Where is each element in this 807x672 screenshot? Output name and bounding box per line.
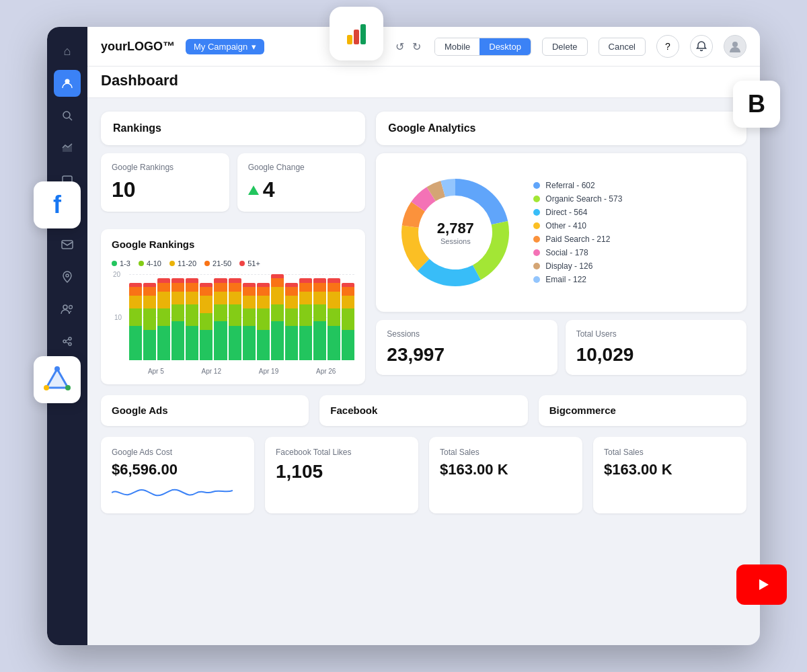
svg-point-5: [44, 385, 49, 390]
bar-segment: [171, 274, 184, 360]
facebook-section-header: Facebook: [319, 395, 527, 426]
rankings-metrics: Google Rankings 10 Google Change 4: [101, 153, 365, 212]
facebook-likes-card: Facebook Total Likes 1,105: [265, 437, 418, 513]
bar-segment: [285, 274, 298, 360]
donut-total-value: 2,787: [437, 220, 474, 237]
svg-point-15: [63, 305, 67, 309]
facebook-float-icon: f: [34, 181, 81, 228]
sidebar-item-search[interactable]: [54, 102, 81, 129]
main-area: yourLOGO™ My Campaign ▾ ↺ ↻ Mobile Deskt…: [87, 27, 760, 645]
google-change-value: 4: [263, 177, 275, 202]
donut-legend: Referral - 602Organic Search - 573Direct…: [533, 181, 622, 284]
analytics-donut-card: 2,787 Sessions Referral - 602Organic Sea…: [376, 153, 746, 312]
analytics-float-icon: [330, 7, 383, 60]
ads-cost-label: Google Ads Cost: [112, 448, 243, 457]
analytics-column: Google Analytics: [376, 112, 746, 384]
sales-label-2: Total Sales: [604, 448, 736, 457]
sidebar-item-campaigns[interactable]: [54, 70, 81, 97]
stats-row: Sessions 23,997 Total Users 10,029: [376, 320, 746, 375]
legend-item: Paid Search - 212: [533, 235, 622, 244]
sidebar-item-home[interactable]: ⌂: [54, 38, 81, 65]
chart-title: Google Rankings: [112, 239, 354, 250]
delete-button[interactable]: Delete: [542, 38, 588, 56]
logo: yourLOGO™: [101, 40, 175, 54]
rankings-section-header: Rankings: [101, 112, 365, 145]
svg-point-7: [54, 366, 60, 372]
bar-segment: [186, 274, 198, 360]
svg-line-20: [66, 339, 69, 341]
x-labels: Apr 5 Apr 12 Apr 19 Apr 26: [129, 368, 354, 375]
bar-segment: [143, 274, 156, 360]
google-ads-float-icon: [34, 356, 81, 403]
help-button[interactable]: ?: [656, 35, 679, 58]
view-toggle: Mobile Desktop: [434, 38, 531, 56]
notifications-button[interactable]: [690, 35, 713, 58]
legend-51plus: 51+: [239, 259, 260, 267]
chart-area: 20 10: [112, 274, 354, 375]
bar-segment: [129, 274, 142, 360]
bars-area: [129, 274, 354, 360]
google-rankings-chart: Google Rankings 1-3 4-10: [101, 229, 365, 384]
sub-header: Dashboard: [87, 67, 760, 98]
b-float-icon: B: [733, 81, 780, 128]
mobile-view-button[interactable]: Mobile: [435, 38, 479, 55]
legend-21-50: 21-50: [204, 259, 231, 267]
sales-label-1: Total Sales: [440, 448, 572, 457]
bigcommerce-sales-card-1: Total Sales $163.00 K: [429, 437, 582, 513]
bar-segment: [200, 274, 213, 360]
undo-button[interactable]: ↺: [393, 38, 407, 56]
svg-rect-1: [354, 30, 359, 44]
sidebar-item-people[interactable]: [54, 296, 81, 323]
donut-chart: 2,787 Sessions: [388, 165, 523, 300]
user-avatar[interactable]: [724, 35, 746, 58]
rankings-title: Rankings: [113, 122, 161, 134]
legend-item: Organic Search - 573: [533, 194, 622, 204]
google-ads-title: Google Ads: [112, 405, 168, 416]
up-arrow-icon: [248, 185, 259, 195]
svg-point-6: [65, 385, 71, 390]
svg-point-14: [66, 274, 69, 277]
bottom-data-row: Google Ads Cost $6,596.00 Facebook Total…: [101, 437, 746, 513]
legend-item: Direct - 564: [533, 208, 622, 217]
rankings-column: Rankings Google Rankings 10 Google Chang…: [101, 112, 365, 384]
bar-segment: [271, 274, 284, 360]
google-rankings-value: 10: [112, 177, 219, 202]
cancel-button[interactable]: Cancel: [599, 38, 646, 56]
google-change-card: Google Change 4: [237, 153, 366, 212]
svg-point-18: [69, 337, 71, 340]
sparkline: [112, 482, 243, 503]
total-users-card: Total Users 10,029: [566, 320, 746, 375]
google-ads-cost-card: Google Ads Cost $6,596.00: [101, 437, 254, 513]
sidebar-item-mail[interactable]: [54, 231, 81, 258]
legend-item: Display - 126: [533, 261, 622, 271]
sidebar-item-location[interactable]: [54, 263, 81, 290]
app-wrapper: f B ⌂: [47, 27, 760, 645]
desktop-view-button[interactable]: Desktop: [479, 38, 531, 55]
sales-value-2: $163.00 K: [604, 461, 736, 478]
google-rankings-label: Google Rankings: [112, 163, 219, 172]
svg-marker-4: [46, 369, 68, 388]
legend-11-20: 11-20: [169, 259, 196, 267]
bar-segment: [214, 274, 227, 360]
bar-segment: [229, 274, 241, 360]
dashboard-content: Rankings Google Rankings 10 Google Chang…: [87, 98, 760, 527]
svg-rect-0: [347, 35, 352, 44]
sparkline-svg: [112, 482, 233, 503]
campaign-selector[interactable]: My Campaign ▾: [186, 39, 264, 54]
sessions-card: Sessions 23,997: [376, 320, 557, 375]
total-users-label: Total Users: [576, 329, 736, 339]
header: yourLOGO™ My Campaign ▾ ↺ ↻ Mobile Deskt…: [87, 27, 760, 67]
legend-item: Referral - 602: [533, 181, 622, 190]
facebook-title: Facebook: [330, 405, 377, 416]
redo-button[interactable]: ↻: [410, 38, 424, 56]
bottom-section-headers: Google Ads Facebook Bigcommerce: [101, 395, 746, 426]
fb-likes-label: Facebook Total Likes: [276, 448, 408, 457]
analytics-section-header: Google Analytics: [376, 112, 746, 145]
google-rankings-card: Google Rankings 10: [101, 153, 229, 212]
sidebar-item-integrations[interactable]: [54, 328, 81, 355]
sidebar-item-analytics[interactable]: [54, 134, 81, 161]
analytics-title: Google Analytics: [388, 122, 475, 134]
sidebar: ⌂: [47, 27, 87, 645]
bigcommerce-sales-card-2: Total Sales $163.00 K: [593, 437, 746, 513]
analytics-inner: 2,787 Sessions Referral - 602Organic Sea…: [388, 165, 734, 300]
